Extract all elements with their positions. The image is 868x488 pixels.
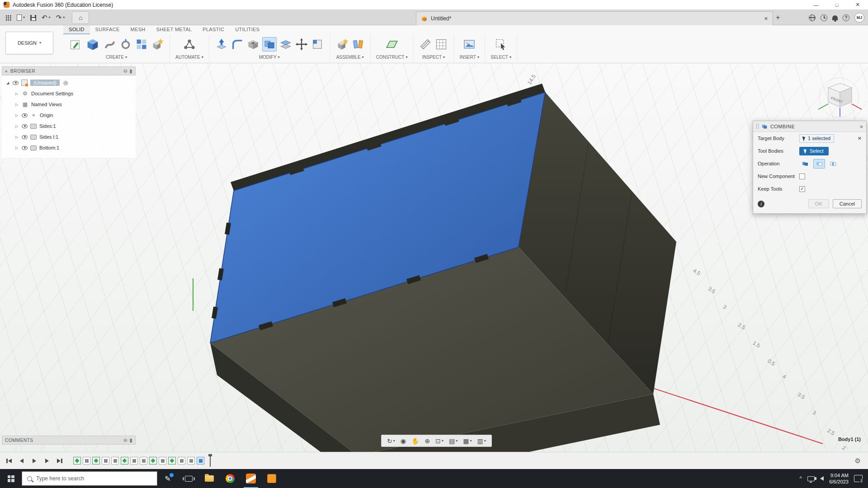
display-tray-icon[interactable] [807,476,815,481]
taskbar-search[interactable] [22,471,157,486]
tree-row-sides-1[interactable]: ▷ Sides:1 [2,121,136,131]
offset-face-button[interactable] [279,38,292,51]
revolve-button[interactable] [119,38,132,51]
visibility-eye-icon[interactable] [22,113,28,117]
panel-collapse-icon[interactable]: ⊖ [123,68,128,74]
keep-tools-checkbox[interactable]: ✓ [799,186,805,192]
tree-row-bottom-1[interactable]: ▷ Bottom:1 [2,142,136,153]
tree-collapsed-icon[interactable]: ▷ [14,113,19,117]
app-grid-button[interactable] [5,15,11,21]
create-sketch-button[interactable] [69,38,82,51]
collapse-left-icon[interactable]: « [5,69,8,74]
fit-button[interactable]: ⊡▾ [433,437,446,445]
orange-app-button[interactable] [261,469,282,488]
home-view-button[interactable]: ⌂ [72,11,89,24]
expand-dialog-icon[interactable]: » [860,123,863,130]
extensions-icon[interactable] [809,14,816,21]
chrome-button[interactable] [220,469,241,488]
tab-plastic[interactable]: PLASTIC [197,25,230,34]
insert-button[interactable] [462,38,476,51]
pattern-button[interactable] [135,38,148,51]
undo-button[interactable]: ↶▾ [42,14,51,22]
taskbar-clock[interactable]: 9:04 AM 6/6/2023 [829,472,849,485]
group-create-label[interactable]: CREATE▾ [106,55,127,60]
tree-collapsed-icon[interactable]: ▷ [14,124,19,128]
section-analysis-button[interactable] [434,38,448,51]
timeline-feature-sketch[interactable] [92,457,100,465]
operation-join-button[interactable] [799,159,811,169]
ok-button[interactable]: OK [808,199,829,208]
timeline-feature-body[interactable] [130,457,138,465]
close-button[interactable]: ✕ [847,0,868,9]
group-insert-label[interactable]: INSERT▾ [459,55,479,60]
step-back-button[interactable] [17,456,26,465]
timeline-feature-body[interactable] [140,457,147,465]
action-center-icon[interactable]: 2 [854,475,863,482]
timeline-settings-gear-icon[interactable]: ⚙ [855,457,861,465]
redo-button[interactable]: ↷▾ [56,14,65,22]
panel-grip-icon[interactable]: ▮ [129,68,132,74]
workspace-selector[interactable]: DESIGN ▾ [5,32,53,54]
group-assemble-label[interactable]: ASSEMBLE▾ [336,55,364,60]
group-automate-label[interactable]: AUTOMATE▾ [175,55,203,60]
new-component-checkbox[interactable] [799,174,805,179]
shell-button[interactable] [246,38,260,51]
tree-row-sides-l-1[interactable]: ▷ Sides l:1 [2,131,136,142]
timeline-feature-sketch[interactable] [168,457,176,465]
save-button[interactable] [30,15,36,21]
joint-button[interactable] [351,38,365,51]
tool-bodies-select-button[interactable]: Select [799,147,829,155]
timeline-feature-body[interactable] [102,457,109,465]
cancel-button[interactable]: Cancel [833,199,862,208]
measure-button[interactable] [419,38,432,51]
tab-utilities[interactable]: UTILITIES [230,25,265,34]
model-box[interactable] [210,84,676,452]
visibility-eye-icon[interactable] [13,81,19,85]
comments-header[interactable]: COMMENTS ⊖ ▮ [2,436,136,445]
viewports-button[interactable]: ▥▾ [475,437,488,445]
tree-row-document-settings[interactable]: ▷ ⚙ Document Settings [2,88,136,99]
job-status-icon[interactable] [821,14,827,21]
sweep-button[interactable] [103,38,117,51]
combine-button[interactable] [262,37,277,52]
ink-workspace-button[interactable]: ✎ [157,469,178,488]
file-menu-button[interactable]: ▾ [17,14,25,21]
tab-solid[interactable]: SOLID [63,25,90,34]
tree-row-named-views[interactable]: ▷ ▦ Named Views [2,99,136,110]
file-explorer-button[interactable] [199,469,220,488]
tree-expanded-icon[interactable]: ◢ [5,81,10,85]
new-component-button[interactable] [151,38,164,51]
start-button[interactable] [0,469,22,488]
construct-plane-button[interactable] [385,38,399,51]
tree-row-root[interactable]: ◢ (Unsaved) ◎ [2,77,136,88]
operation-intersect-button[interactable] [827,159,839,169]
tree-collapsed-icon[interactable]: ▷ [14,135,19,139]
operation-cut-button[interactable] [813,159,825,169]
document-tab[interactable]: Untitled* ✕ [416,11,773,25]
assemble-new-component-button[interactable] [335,38,349,51]
drag-grip-icon[interactable] [756,123,759,129]
volume-icon[interactable] [820,476,824,481]
timeline-feature-sketch[interactable] [121,457,128,465]
display-settings-button[interactable]: ▤▾ [447,437,460,445]
view-cube[interactable]: FRONT [814,76,864,121]
clear-selection-icon[interactable]: ✕ [858,136,862,141]
maximize-button[interactable]: □ [826,0,847,9]
browser-header[interactable]: « BROWSER ⊖ ▮ [2,66,136,75]
visibility-eye-icon[interactable] [22,135,28,139]
user-avatar[interactable]: MJ [854,13,864,23]
timeline-playhead[interactable] [210,455,211,467]
tree-collapsed-icon[interactable]: ▷ [14,103,19,107]
task-view-button[interactable] [178,469,199,488]
timeline-feature-body[interactable] [111,457,119,465]
timeline-feature-body[interactable] [187,457,195,465]
play-button[interactable] [30,456,39,465]
group-inspect-label[interactable]: INSPECT▾ [422,55,445,60]
target-body-selection[interactable]: 1 selected [799,134,834,143]
panel-grip-icon[interactable]: ▮ [129,437,132,443]
select-button[interactable] [494,38,508,51]
visibility-eye-icon[interactable] [22,124,28,128]
root-document-label[interactable]: (Unsaved) [30,80,60,86]
timeline-feature-body[interactable] [178,457,185,465]
notifications-bell-icon[interactable] [832,15,838,20]
